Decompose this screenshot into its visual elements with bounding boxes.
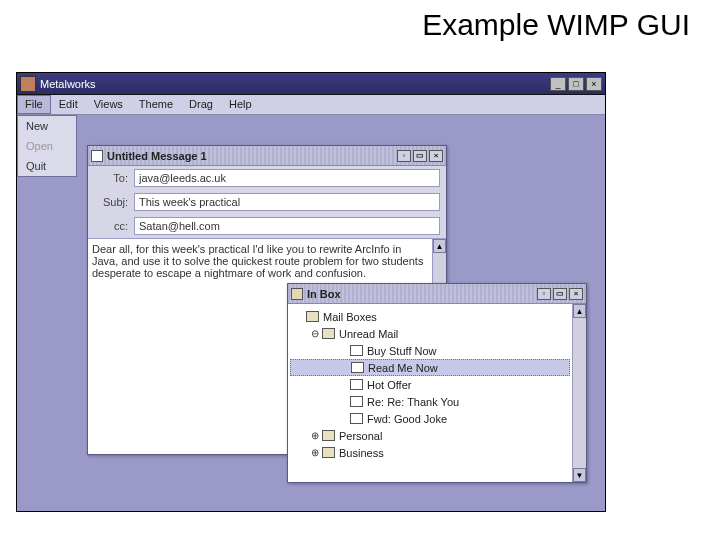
compose-title: Untitled Message 1 <box>107 150 207 162</box>
document-icon <box>91 150 103 162</box>
scroll-up-icon[interactable]: ▲ <box>573 304 586 318</box>
file-menu-open[interactable]: Open <box>18 136 76 156</box>
cc-label: cc: <box>94 220 128 232</box>
subj-field[interactable] <box>134 193 440 211</box>
app-titlebar: Metalworks _ □ × <box>17 73 605 95</box>
tree-item[interactable]: Buy Stuff Now <box>290 342 570 359</box>
compose-titlebar[interactable]: Untitled Message 1 ▫ ▭ × <box>88 146 446 166</box>
tree-item[interactable]: Hot Offer <box>290 376 570 393</box>
to-row: To: <box>88 166 446 190</box>
minimize-button[interactable]: _ <box>550 77 566 91</box>
scroll-down-icon[interactable]: ▼ <box>573 468 586 482</box>
tree-item-label: Business <box>339 447 384 459</box>
to-label: To: <box>94 172 128 184</box>
scroll-up-icon[interactable]: ▲ <box>433 239 446 253</box>
menu-file[interactable]: File <box>17 95 51 114</box>
folder-icon <box>322 447 335 458</box>
tree-item[interactable]: Read Me Now <box>290 359 570 376</box>
compose-close-button[interactable]: × <box>429 150 443 162</box>
tree-folder[interactable]: Mail Boxes <box>290 308 570 325</box>
menu-theme[interactable]: Theme <box>131 95 181 114</box>
menu-views[interactable]: Views <box>86 95 131 114</box>
expander-icon[interactable]: ⊕ <box>310 430 320 441</box>
tree-folder[interactable]: ⊖Unread Mail <box>290 325 570 342</box>
tree-item-label: Mail Boxes <box>323 311 377 323</box>
inbox-window[interactable]: In Box ▫ ▭ × Mail Boxes⊖Unread MailBuy S… <box>287 283 587 483</box>
folder-icon <box>291 288 303 300</box>
subj-label: Subj: <box>94 196 128 208</box>
file-dropdown: New Open Quit <box>17 115 77 177</box>
tree-item-label: Fwd: Good Joke <box>367 413 447 425</box>
compose-max-button[interactable]: ▭ <box>413 150 427 162</box>
tree-item[interactable]: Fwd: Good Joke <box>290 410 570 427</box>
inbox-tree-wrap: Mail Boxes⊖Unread MailBuy Stuff NowRead … <box>288 304 586 482</box>
to-field[interactable] <box>134 169 440 187</box>
folder-icon <box>322 430 335 441</box>
expander-icon[interactable]: ⊕ <box>310 447 320 458</box>
close-button[interactable]: × <box>586 77 602 91</box>
menu-edit[interactable]: Edit <box>51 95 86 114</box>
tree-item[interactable]: Re: Re: Thank You <box>290 393 570 410</box>
slide-title: Example WIMP GUI <box>422 8 690 42</box>
menu-drag[interactable]: Drag <box>181 95 221 114</box>
scroll-track[interactable] <box>573 318 586 468</box>
document-icon <box>350 345 363 356</box>
tree-item-label: Personal <box>339 430 382 442</box>
inbox-iconify-button[interactable]: ▫ <box>537 288 551 300</box>
expander-icon[interactable]: ⊖ <box>310 328 320 339</box>
tree-folder[interactable]: ⊕Personal <box>290 427 570 444</box>
menubar: File Edit Views Theme Drag Help <box>17 95 605 115</box>
app-title: Metalworks <box>40 78 548 90</box>
tree-item-label: Re: Re: Thank You <box>367 396 459 408</box>
tree-item-label: Unread Mail <box>339 328 398 340</box>
file-menu-new[interactable]: New <box>18 116 76 136</box>
app-icon <box>20 76 36 92</box>
app-window: Metalworks _ □ × File Edit Views Theme D… <box>16 72 606 512</box>
inbox-close-button[interactable]: × <box>569 288 583 300</box>
tree-item-label: Hot Offer <box>367 379 411 391</box>
folder-icon <box>322 328 335 339</box>
inbox-title: In Box <box>307 288 341 300</box>
compose-iconify-button[interactable]: ▫ <box>397 150 411 162</box>
document-icon <box>350 396 363 407</box>
cc-field[interactable] <box>134 217 440 235</box>
file-menu-quit[interactable]: Quit <box>18 156 76 176</box>
document-icon <box>351 362 364 373</box>
tree-item-label: Read Me Now <box>368 362 438 374</box>
inbox-tree: Mail Boxes⊖Unread MailBuy Stuff NowRead … <box>288 304 572 482</box>
folder-icon <box>306 311 319 322</box>
tree-item-label: Buy Stuff Now <box>367 345 437 357</box>
document-icon <box>350 379 363 390</box>
inbox-scrollbar[interactable]: ▲ ▼ <box>572 304 586 482</box>
maximize-button[interactable]: □ <box>568 77 584 91</box>
subj-row: Subj: <box>88 190 446 214</box>
inbox-max-button[interactable]: ▭ <box>553 288 567 300</box>
cc-row: cc: <box>88 214 446 238</box>
tree-folder[interactable]: ⊕Business <box>290 444 570 461</box>
menu-help[interactable]: Help <box>221 95 260 114</box>
inbox-titlebar[interactable]: In Box ▫ ▭ × <box>288 284 586 304</box>
document-icon <box>350 413 363 424</box>
